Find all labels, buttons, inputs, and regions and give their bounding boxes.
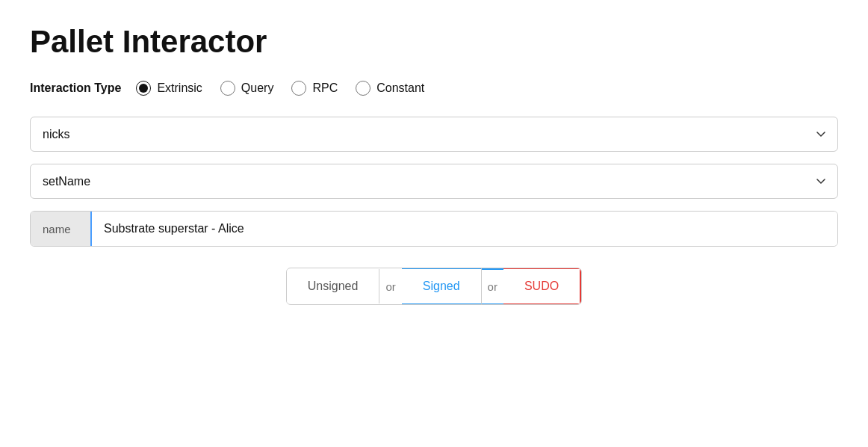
radio-query[interactable] (220, 81, 235, 96)
method-dropdown[interactable]: setName (30, 164, 838, 199)
name-input[interactable] (90, 212, 837, 246)
action-buttons-row: Unsigned or Signed or SUDO (30, 268, 838, 305)
radio-label-extrinsic[interactable]: Extrinsic (157, 81, 202, 95)
page-title: Pallet Interactor (30, 24, 838, 60)
radio-rpc[interactable] (291, 81, 306, 96)
interaction-type-row: Interaction Type Extrinsic Query RPC Con… (30, 81, 838, 96)
method-dropdown-container: setName (30, 164, 838, 199)
interaction-type-radio-group: Extrinsic Query RPC Constant (136, 81, 436, 96)
action-btn-group: Unsigned or Signed or SUDO (286, 268, 582, 305)
radio-option-query[interactable]: Query (220, 81, 274, 96)
unsigned-button[interactable]: Unsigned (287, 269, 380, 303)
interaction-type-label: Interaction Type (30, 81, 121, 95)
radio-constant[interactable] (356, 81, 371, 96)
radio-label-constant[interactable]: Constant (376, 81, 424, 95)
radio-option-rpc[interactable]: RPC (291, 81, 338, 96)
or-separator-1: or (379, 270, 401, 303)
radio-extrinsic[interactable] (136, 81, 151, 96)
pallet-dropdown-container: nicks (30, 117, 838, 152)
radio-label-rpc[interactable]: RPC (312, 81, 338, 95)
radio-option-constant[interactable]: Constant (356, 81, 424, 96)
name-input-row: name (30, 211, 838, 247)
signed-button[interactable]: Signed (402, 268, 482, 305)
or-separator-2: or (482, 268, 503, 305)
radio-option-extrinsic[interactable]: Extrinsic (136, 81, 202, 96)
sudo-button[interactable]: SUDO (503, 268, 581, 305)
name-input-label: name (31, 212, 90, 246)
pallet-dropdown[interactable]: nicks (30, 117, 838, 152)
radio-label-query[interactable]: Query (241, 81, 274, 95)
